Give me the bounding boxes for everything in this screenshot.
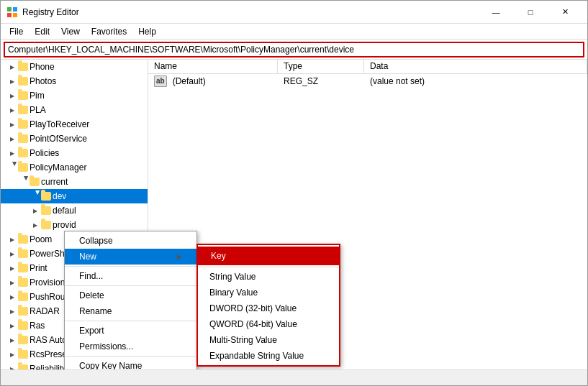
tree-label-provid: provid [53, 220, 76, 230]
tree-label-pla: PLA [30, 105, 46, 115]
folder-icon-provision [18, 278, 28, 287]
folder-icon-print [18, 264, 28, 272]
ctx-rename[interactable]: Rename [65, 303, 196, 319]
address-bar [1, 40, 587, 60]
folder-icon-policies [18, 149, 28, 157]
maximize-button[interactable]: □ [514, 1, 547, 24]
reg-ab-icon: ab [154, 75, 167, 87]
value-row-default[interactable]: ab (Default) REG_SZ (value not set) [148, 74, 587, 88]
expander-defaul: ▶ [30, 205, 41, 216]
window-title: Registry Editor [22, 7, 479, 17]
ctx-find[interactable]: Find... [65, 268, 196, 284]
tree-label-pushrou: PushRou [30, 292, 65, 302]
folder-icon-provid [41, 221, 51, 229]
tree-item-defaul[interactable]: ▶ defaul [1, 203, 148, 218]
folder-icon-powersh [18, 249, 28, 258]
close-button[interactable]: ✕ [548, 1, 582, 24]
submenu-multi-string-value[interactable]: Multi-String Value [198, 332, 339, 348]
expander-provision: ▶ [6, 277, 18, 288]
tree-item-dev[interactable]: ▶ dev [1, 189, 148, 203]
tree-item-phone[interactable]: ▶ Phone [1, 60, 148, 74]
folder-icon-playtoreceiver [18, 120, 28, 129]
value-data-default: (value not set) [364, 76, 587, 86]
svg-rect-1 [13, 7, 17, 12]
tree-item-policies[interactable]: ▶ Policies [1, 146, 148, 160]
expander-playtoreceiver: ▶ [6, 119, 18, 130]
submenu-dword-value[interactable]: DWORD (32-bit) Value [198, 300, 339, 316]
svg-rect-3 [13, 13, 17, 17]
ctx-new[interactable]: New ▶ [65, 249, 196, 265]
menu-help[interactable]: Help [132, 25, 162, 38]
submenu-binary-value[interactable]: Binary Value [198, 285, 339, 300]
expander-reliability: ▶ [6, 363, 18, 369]
tree-label-current: current [41, 177, 68, 187]
ctx-permissions[interactable]: Permissions... [65, 339, 196, 354]
ctx-copy-key-name[interactable]: Copy Key Name [65, 358, 196, 369]
values-header: Name Type Data [148, 60, 587, 74]
tree-item-photos[interactable]: ▶ Photos [1, 74, 148, 88]
tree-label-pim: Pim [30, 91, 45, 101]
tree-label-provision: Provision [30, 277, 65, 288]
ctx-delete[interactable]: Delete [65, 288, 196, 303]
expander-ras: ▶ [6, 320, 18, 331]
minimize-button[interactable]: — [479, 1, 512, 24]
menu-view[interactable]: View [55, 25, 86, 38]
expander-ras-autodial: ▶ [6, 334, 18, 346]
tree-label-defaul: defaul [53, 206, 76, 216]
folder-icon-ras [18, 321, 28, 330]
context-menu: Collapse New ▶ Find... Delete Rename Exp… [64, 231, 197, 369]
ctx-export[interactable]: Export [65, 323, 196, 339]
submenu-expandable-string-value[interactable]: Expandable String Value [198, 348, 339, 364]
tree-item-pim[interactable]: ▶ Pim [1, 88, 148, 103]
tree-label-photos: Photos [30, 76, 56, 86]
expander-poom: ▶ [6, 234, 18, 245]
title-bar: Registry Editor — □ ✕ [1, 1, 587, 24]
tree-item-current[interactable]: ▶ current [1, 175, 148, 189]
svg-rect-0 [7, 7, 12, 12]
registry-editor-window: Registry Editor — □ ✕ File Edit View Fav… [0, 0, 588, 386]
status-bar [1, 369, 587, 385]
tree-item-pointofservice[interactable]: ▶ PointOfService [1, 132, 148, 146]
col-header-name: Name [148, 60, 278, 73]
submenu-qword-value[interactable]: QWORD (64-bit) Value [198, 316, 339, 332]
submenu: Key String Value Binary Value DWORD (32-… [196, 244, 340, 367]
tree-label-radar: RADAR [30, 306, 60, 316]
folder-icon-pim [18, 91, 28, 100]
tree-item-policymanager[interactable]: ▶ PolicyManager [1, 160, 148, 175]
ctx-sep-4 [65, 356, 196, 357]
tree-label-poom: Poom [30, 234, 52, 244]
folder-icon-defaul [41, 206, 51, 215]
ctx-sep-2 [65, 285, 196, 286]
folder-icon-poom [18, 235, 28, 244]
folder-icon-rcspresence [18, 350, 28, 359]
expander-phone: ▶ [6, 61, 18, 73]
menu-favorites[interactable]: Favorites [86, 25, 132, 38]
expander-current: ▶ [18, 176, 30, 188]
expander-radar: ▶ [6, 305, 18, 317]
expander-pim: ▶ [6, 90, 18, 101]
expander-rcspresence: ▶ [6, 349, 18, 360]
folder-icon-reliability [18, 364, 28, 369]
tree-label-dev: dev [53, 191, 66, 201]
submenu-string-value[interactable]: String Value [198, 269, 339, 285]
folder-icon-pushrou [18, 293, 28, 301]
tree-label-phone: Phone [30, 62, 55, 72]
value-type-default: REG_SZ [278, 76, 364, 86]
folder-icon-pla [18, 106, 28, 114]
submenu-arrow-icon: ▶ [177, 253, 182, 260]
tree-item-provid[interactable]: ▶ provid [1, 218, 148, 232]
ctx-collapse[interactable]: Collapse [65, 233, 196, 249]
app-icon [6, 6, 18, 18]
tree-item-playtoreceiver[interactable]: ▶ PlayToReceiver [1, 117, 148, 132]
expander-policymanager: ▶ [6, 162, 18, 173]
menu-bar: File Edit View Favorites Help [1, 24, 587, 40]
expander-photos: ▶ [6, 75, 18, 87]
folder-icon-ras-autodial [18, 336, 28, 344]
tree-label-policies: Policies [30, 148, 59, 158]
menu-edit[interactable]: Edit [29, 25, 55, 38]
address-input[interactable] [4, 42, 584, 58]
submenu-key[interactable]: Key [198, 247, 339, 265]
folder-icon-photos [18, 77, 28, 86]
tree-item-pla[interactable]: ▶ PLA [1, 103, 148, 117]
menu-file[interactable]: File [4, 25, 29, 38]
